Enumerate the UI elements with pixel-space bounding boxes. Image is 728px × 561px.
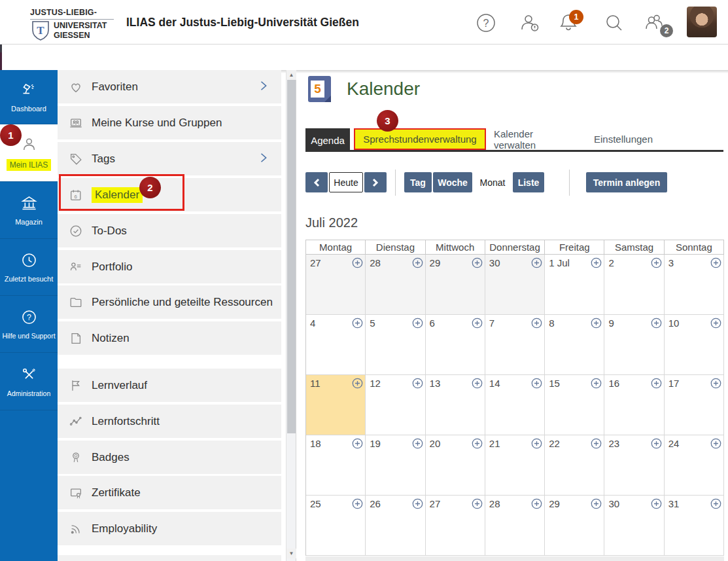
view-woche-button[interactable]: Woche [433,172,472,192]
day-cell[interactable]: 18 [306,435,366,496]
day-cell[interactable]: 4 [306,315,366,375]
menu-item-favoriten[interactable]: Favoriten [58,70,281,103]
day-cell[interactable]: 23 [604,435,664,496]
user-avatar[interactable] [687,7,717,37]
day-cell[interactable]: 24 [665,435,724,496]
add-appointment-plus-icon[interactable] [412,498,423,509]
day-cell[interactable]: 2 [604,255,664,315]
menu-item-kalender[interactable]: 6 Kalender [58,178,281,211]
day-cell[interactable]: 28 [366,255,425,315]
day-cell[interactable]: 19 [366,435,425,496]
today-button[interactable]: Heute [329,172,363,192]
scrollbar-up-arrow[interactable]: ▲ [286,70,296,80]
add-appointment-plus-icon[interactable] [531,378,542,389]
add-appointment-plus-icon[interactable] [651,498,662,509]
add-appointment-plus-icon[interactable] [651,257,662,268]
day-cell[interactable]: 20 [426,435,485,496]
rail-item-dashboard[interactable]: Dashboard [0,70,58,124]
add-appointment-plus-icon[interactable] [710,498,721,509]
rail-item-zuletzt-besucht[interactable]: Zuletzt besucht [0,239,58,296]
day-cell[interactable]: 28 [485,496,545,556]
create-appointment-button[interactable]: Termin anlegen [586,172,667,192]
day-cell[interactable]: 8 [545,315,604,375]
menu-item-notizen[interactable]: Notizen [58,321,281,355]
menu-item-lernverlauf[interactable]: Lernverlauf [58,369,281,402]
add-appointment-plus-icon[interactable] [412,438,423,449]
next-period-button[interactable] [364,172,387,192]
add-appointment-plus-icon[interactable] [472,317,483,329]
add-appointment-plus-icon[interactable] [651,438,662,449]
add-appointment-plus-icon[interactable] [591,498,602,509]
add-appointment-plus-icon[interactable] [710,317,721,329]
day-cell[interactable]: 31 [665,496,724,556]
day-cell[interactable]: 30 [604,496,664,556]
prev-period-button[interactable] [305,172,328,192]
add-appointment-plus-icon[interactable] [531,498,542,509]
add-appointment-plus-icon[interactable] [710,378,721,389]
add-appointment-plus-icon[interactable] [591,257,602,268]
add-appointment-plus-icon[interactable] [531,257,542,268]
menu-item-zertifikate[interactable]: Zertifikate [58,476,281,509]
add-appointment-plus-icon[interactable] [352,498,363,509]
day-cell[interactable]: 9 [604,315,664,375]
menu-item-tags[interactable]: Tags [58,142,281,175]
search-icon[interactable] [603,12,625,34]
menu-item-to-dos[interactable]: To-Dos [58,214,281,247]
add-appointment-plus-icon[interactable] [651,378,662,389]
add-appointment-plus-icon[interactable] [591,317,602,329]
day-cell[interactable]: 16 [604,375,664,435]
add-appointment-plus-icon[interactable] [412,378,423,389]
day-cell[interactable]: 15 [545,375,604,435]
day-cell[interactable]: 30 [485,255,545,315]
day-cell[interactable]: 7 [485,315,545,375]
add-appointment-plus-icon[interactable] [352,378,363,389]
rail-item-hilfe-und-support[interactable]: ? Hilfe und Support [0,296,58,353]
contact-awareness-icon[interactable] [519,12,541,34]
day-cell[interactable]: 27 [426,496,485,556]
add-appointment-plus-icon[interactable] [710,438,721,449]
day-cell[interactable]: 1 Jul [545,255,604,315]
tab-sprechstundenverwaltung[interactable]: Sprechstundenverwaltung [354,128,486,150]
add-appointment-plus-icon[interactable] [591,378,602,389]
add-appointment-plus-icon[interactable] [472,498,483,509]
add-appointment-plus-icon[interactable] [472,257,483,268]
add-appointment-plus-icon[interactable] [412,257,423,268]
day-cell[interactable]: 21 [485,435,545,496]
day-cell[interactable]: 11 [306,375,366,435]
day-cell[interactable]: 14 [485,375,545,435]
day-cell[interactable]: 5 [366,315,425,375]
add-appointment-plus-icon[interactable] [531,438,542,449]
view-liste-button[interactable]: Liste [513,172,544,192]
day-cell[interactable]: 22 [545,435,604,496]
university-logo[interactable]: JUSTUS-LIEBIG- T UNIVERSITAT GIESSEN [14,4,113,42]
add-appointment-plus-icon[interactable] [710,257,721,268]
add-appointment-plus-icon[interactable] [352,438,363,449]
add-appointment-plus-icon[interactable] [651,317,662,329]
day-cell[interactable]: 26 [366,496,425,556]
day-cell[interactable]: 29 [545,496,604,556]
menu-item-portfolio[interactable]: Portfolio [58,250,281,283]
day-cell[interactable]: 17 [665,375,724,435]
scrollbar-down-arrow[interactable]: ▼ [286,549,296,558]
menu-item-persoenliche-ressourcen[interactable]: Persönliche und geteilte Ressourcen [58,285,281,319]
day-cell[interactable]: 25 [306,496,366,556]
menu-item-meine-kurse-und-gruppen[interactable]: Meine Kurse und Gruppen [58,106,281,139]
view-monat-button[interactable]: Monat [474,172,511,192]
day-cell[interactable]: 10 [665,315,724,375]
add-appointment-plus-icon[interactable] [531,317,542,329]
tab-kalender-verwalten[interactable]: Kalender verwalten [494,128,578,150]
menu-item-employability[interactable]: Employability [58,512,281,545]
day-cell[interactable]: 3 [665,255,724,315]
tab-einstellungen[interactable]: Einstellungen [592,128,655,150]
rail-item-magazin[interactable]: Magazin [0,182,58,239]
scrollbar-thumb[interactable] [287,80,296,433]
rail-item-administration[interactable]: Administration [0,353,58,410]
day-cell[interactable]: 27 [306,255,366,315]
tab-agenda[interactable]: Agenda [305,128,350,152]
day-cell[interactable]: 13 [426,375,485,435]
add-appointment-plus-icon[interactable] [472,378,483,389]
add-appointment-plus-icon[interactable] [352,257,363,268]
menu-item-badges[interactable]: Badges [58,441,281,474]
add-appointment-plus-icon[interactable] [472,438,483,449]
day-cell[interactable]: 29 [426,255,485,315]
